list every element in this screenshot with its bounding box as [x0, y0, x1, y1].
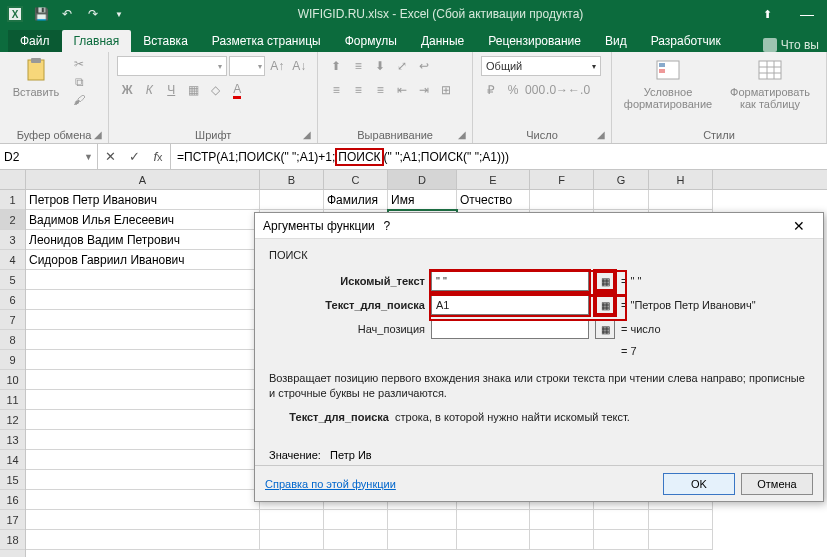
cell[interactable] [260, 530, 324, 550]
decrease-font-icon[interactable]: A↓ [289, 56, 309, 76]
dialog-close-icon[interactable]: ✕ [783, 218, 815, 234]
undo-icon[interactable]: ↶ [56, 3, 78, 25]
cut-icon[interactable]: ✂ [70, 56, 88, 72]
row-header[interactable]: 2 [0, 210, 25, 230]
redo-icon[interactable]: ↷ [82, 3, 104, 25]
cancel-formula-icon[interactable]: ✕ [98, 149, 122, 164]
arg1-refedit-icon[interactable]: ▦ [595, 271, 615, 291]
fill-color-icon[interactable]: ◇ [205, 80, 225, 100]
increase-font-icon[interactable]: A↑ [267, 56, 287, 76]
font-family-select[interactable]: ▾ [117, 56, 227, 76]
cell[interactable]: Отчество [457, 190, 530, 210]
decrease-indent-icon[interactable]: ⇤ [392, 80, 412, 100]
currency-icon[interactable]: ₽ [481, 80, 501, 100]
font-launcher-icon[interactable]: ◢ [303, 129, 315, 141]
align-bottom-icon[interactable]: ⬇ [370, 56, 390, 76]
underline-button[interactable]: Ч [161, 80, 181, 100]
cell[interactable] [26, 290, 260, 310]
italic-button[interactable]: К [139, 80, 159, 100]
increase-indent-icon[interactable]: ⇥ [414, 80, 434, 100]
borders-icon[interactable]: ▦ [183, 80, 203, 100]
row-header[interactable]: 17 [0, 510, 25, 530]
alignment-launcher-icon[interactable]: ◢ [458, 129, 470, 141]
row-header[interactable]: 9 [0, 350, 25, 370]
select-all-corner[interactable] [0, 170, 25, 190]
bold-button[interactable]: Ж [117, 80, 137, 100]
cell[interactable] [260, 190, 324, 210]
paste-button[interactable]: Вставить [8, 56, 64, 98]
row-header[interactable]: 5 [0, 270, 25, 290]
cell[interactable] [260, 510, 324, 530]
cell[interactable] [594, 530, 649, 550]
cell[interactable]: Сидоров Гавриил Иванович [26, 250, 260, 270]
cell[interactable] [26, 390, 260, 410]
cell[interactable] [649, 530, 713, 550]
row-header[interactable]: 18 [0, 530, 25, 550]
arg1-input[interactable]: " " [431, 271, 589, 291]
row-header[interactable]: 12 [0, 410, 25, 430]
cell[interactable]: Петров Петр Иванович [26, 190, 260, 210]
dialog-help-icon[interactable]: ? [375, 219, 399, 233]
number-format-select[interactable]: Общий▾ [481, 56, 601, 76]
cell[interactable] [26, 350, 260, 370]
cell[interactable] [388, 530, 457, 550]
number-launcher-icon[interactable]: ◢ [597, 129, 609, 141]
col-header[interactable]: C [324, 170, 388, 189]
percent-icon[interactable]: % [503, 80, 523, 100]
col-header[interactable]: G [594, 170, 649, 189]
cell[interactable] [26, 370, 260, 390]
cell[interactable]: Фамилия [324, 190, 388, 210]
row-header[interactable]: 7 [0, 310, 25, 330]
arg3-input[interactable] [431, 319, 589, 339]
row-header[interactable]: 6 [0, 290, 25, 310]
cell[interactable] [649, 190, 713, 210]
minimize-icon[interactable]: — [787, 0, 827, 28]
merge-icon[interactable]: ⊞ [436, 80, 456, 100]
cell[interactable] [26, 510, 260, 530]
col-header[interactable]: D [388, 170, 457, 189]
cell[interactable] [26, 530, 260, 550]
copy-icon[interactable]: ⧉ [70, 74, 88, 90]
align-center-icon[interactable]: ≡ [348, 80, 368, 100]
cell[interactable] [457, 530, 530, 550]
align-left-icon[interactable]: ≡ [326, 80, 346, 100]
cell[interactable] [26, 330, 260, 350]
cell[interactable] [26, 490, 260, 510]
cell[interactable] [26, 470, 260, 490]
tab-data[interactable]: Данные [409, 30, 476, 52]
row-header[interactable]: 8 [0, 330, 25, 350]
ribbon-options-icon[interactable]: ⬆ [747, 0, 787, 28]
tab-view[interactable]: Вид [593, 30, 639, 52]
wrap-text-icon[interactable]: ↩ [414, 56, 434, 76]
cell[interactable] [26, 270, 260, 290]
row-header[interactable]: 15 [0, 470, 25, 490]
orientation-icon[interactable]: ⤢ [392, 56, 412, 76]
tab-home[interactable]: Главная [62, 30, 132, 52]
cell[interactable] [324, 530, 388, 550]
tab-file[interactable]: Файл [8, 30, 62, 52]
cell[interactable] [26, 430, 260, 450]
col-header[interactable]: E [457, 170, 530, 189]
dialog-help-link[interactable]: Справка по этой функции [265, 478, 396, 490]
tab-review[interactable]: Рецензирование [476, 30, 593, 52]
name-box[interactable]: D2▼ [0, 144, 98, 169]
row-header[interactable]: 1 [0, 190, 25, 210]
inc-decimal-icon[interactable]: .0→ [547, 80, 567, 100]
tell-me[interactable]: Что вы [763, 38, 827, 52]
align-top-icon[interactable]: ⬆ [326, 56, 346, 76]
enter-formula-icon[interactable]: ✓ [122, 149, 146, 164]
col-header[interactable]: H [649, 170, 713, 189]
cell[interactable] [388, 510, 457, 530]
cell[interactable]: Леонидов Вадим Петрович [26, 230, 260, 250]
dec-decimal-icon[interactable]: ←.0 [569, 80, 589, 100]
col-header[interactable]: F [530, 170, 594, 189]
cell[interactable] [26, 410, 260, 430]
formula-bar[interactable]: =ПСТР(A1;ПОИСК(" ";A1)+1;ПОИСК(" ";A1;ПО… [171, 144, 827, 169]
cell[interactable]: Имя [388, 190, 457, 210]
qat-dropdown-icon[interactable]: ▼ [108, 3, 130, 25]
ok-button[interactable]: OK [663, 473, 735, 495]
tab-formulas[interactable]: Формулы [333, 30, 409, 52]
arg2-input[interactable]: A1 [431, 295, 589, 315]
tab-developer[interactable]: Разработчик [639, 30, 733, 52]
conditional-formatting-button[interactable]: Условное форматирование [620, 56, 716, 110]
